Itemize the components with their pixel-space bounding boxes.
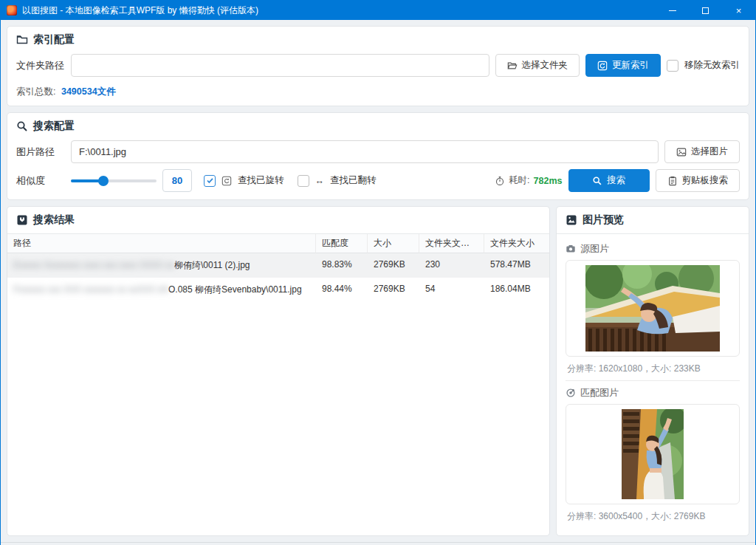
clipboard-icon [667,176,678,186]
col-match[interactable]: 匹配度 [316,234,368,253]
result-match: 98.83% [316,253,368,278]
remove-invalid-label: 移除无效索引 [684,59,740,72]
source-image-subheader: 源图片 [566,237,740,260]
remove-invalid-checkbox[interactable] [667,60,678,72]
search-button[interactable]: 搜索 [568,169,650,192]
image-path-row: 图片路径 选择图片 [7,137,749,166]
content-area: 索引配置 文件夹路径 选择文件夹 更新索引 [1,20,755,542]
matched-image-meta: 分辨率: 3600x5400，大小: 2769KB [566,504,740,528]
folder-path-label: 文件夹路径 [16,59,65,72]
index-total: 索引总数: 3490534文件 [7,80,749,106]
close-button[interactable]: × [722,1,755,20]
index-config-card: 索引配置 文件夹路径 选择文件夹 更新索引 [7,26,749,106]
search-button-icon [592,176,602,186]
flip-arrow-icon: ↔ [315,176,325,186]
redacted-path-segment: Fxxxxxx xxx XXX xxxxxxx xx xxXXX xN [13,284,168,295]
result-size: 2769KB [368,278,419,302]
find-rotated-checkbox[interactable] [204,175,216,187]
search-config-title: 搜索配置 [33,120,75,133]
similarity-row: 相似度 80 查找已旋转 [7,166,749,199]
matched-image-label: 匹配图片 [580,386,619,400]
result-row[interactable]: Fxxxxxx xxx XXX xxxxxxx xx xxXXX xNO.085… [7,278,549,302]
preview-icon [566,214,577,226]
similarity-label: 相似度 [16,174,65,188]
result-row[interactable]: Exxxxx Xxxxxxxx xxxx xxx xxxx XXXX xx柳侑绮… [7,253,549,278]
maximize-button[interactable] [689,1,722,20]
matched-image [622,409,684,499]
app-window: 以图搜图 - 本地图像检索工具WPF版 by 懒得勤快 (评估版本) × 索引配… [0,0,756,545]
app-icon [7,5,17,16]
search-results-header: 搜索结果 [7,207,549,234]
clipboard-search-button[interactable]: 剪贴板搜索 [656,169,740,192]
maximize-icon [702,7,709,14]
index-total-label: 索引总数: [16,86,55,97]
index-config-title: 索引配置 [33,33,75,47]
select-image-button[interactable]: 选择图片 [664,140,740,163]
search-config-card: 搜索配置 图片路径 选择图片 相似度 [7,112,749,200]
select-image-label: 选择图片 [691,145,728,158]
result-match: 98.44% [316,278,368,302]
update-index-label: 更新索引 [612,59,649,72]
camera-icon [566,244,576,254]
close-icon: × [736,5,742,16]
window-controls: × [656,1,755,20]
select-folder-button[interactable]: 选择文件夹 [495,54,580,77]
window-title: 以图搜图 - 本地图像检索工具WPF版 by 懒得勤快 (评估版本) [22,4,656,17]
folder-open-icon [507,61,518,71]
folder-icon [16,34,28,46]
result-folder-count: 54 [419,278,484,302]
folder-path-input[interactable] [71,54,489,77]
search-config-header: 搜索配置 [7,113,749,137]
image-preview-card: 图片预览 源图片 [556,206,749,536]
search-button-label: 搜索 [607,174,625,187]
result-path: Fxxxxxx xxx XXX xxxxxxx xx xxXXX xNO.085… [7,278,316,302]
index-config-header: 索引配置 [7,27,749,51]
result-path: Exxxxx Xxxxxxxx xxxx xxx xxxx XXXX xx柳侑绮… [7,253,316,278]
titlebar: 以图搜图 - 本地图像检索工具WPF版 by 懒得勤快 (评估版本) × [1,1,755,20]
image-icon [676,147,687,157]
result-folder-count: 230 [419,253,484,278]
col-folder-count[interactable]: 文件夹文件数 [419,234,484,253]
similarity-value[interactable]: 80 [162,169,192,192]
result-folder-size: 186.04MB [484,278,549,302]
visible-path-segment: 柳侑绮\0011 (2).jpg [174,260,250,270]
result-folder-size: 578.47MB [484,253,549,278]
check-icon [206,176,214,185]
source-image-box [566,260,740,357]
image-path-input[interactable] [71,140,659,163]
col-folder-size[interactable]: 文件夹大小 [484,234,549,253]
time-value: 782ms [534,176,563,186]
source-image-meta: 分辨率: 1620x1080，大小: 233KB [566,357,740,381]
update-index-button[interactable]: 更新索引 [585,54,661,77]
col-path[interactable]: 路径 [7,234,316,253]
matched-image-subheader: 匹配图片 [566,381,740,404]
redacted-path-segment: Exxxxx Xxxxxxxx xxxx xxx xxxx XXXX xx [13,260,174,270]
slider-thumb[interactable] [98,176,109,186]
clipboard-search-label: 剪贴板搜索 [682,174,729,187]
find-flipped-checkbox[interactable] [298,175,309,187]
image-preview-title: 图片预览 [583,213,624,227]
source-image-label: 源图片 [580,242,609,256]
minimize-icon [669,10,676,11]
results-icon [16,214,28,226]
target-icon [566,388,576,398]
image-path-label: 图片路径 [16,145,65,159]
stopwatch-icon [495,176,505,186]
matched-image-box [566,404,740,504]
results-table-header: 路径 匹配度 大小 文件夹文件数 文件夹大小 [7,234,549,253]
statusbar: 提示: 可直接拖放图片到窗口进行搜索 | 项目地址: github.com/ld… [1,542,755,545]
result-size: 2769KB [368,253,419,278]
search-results-card: 搜索结果 路径 匹配度 大小 文件夹文件数 文件夹大小 Exxxxx Xxxxx… [7,206,550,536]
minimize-button[interactable] [656,1,689,20]
image-preview-header: 图片预览 [557,207,749,234]
similarity-slider[interactable] [71,176,157,186]
results-table: 路径 匹配度 大小 文件夹文件数 文件夹大小 Exxxxx Xxxxxxxx x… [7,234,549,302]
find-flipped-label: 查找已翻转 [330,174,377,187]
select-folder-label: 选择文件夹 [522,59,568,72]
index-total-value: 3490534文件 [61,86,116,97]
source-image [585,265,720,352]
col-size[interactable]: 大小 [368,234,419,253]
folder-path-row: 文件夹路径 选择文件夹 更新索引 移除无效索 [7,51,749,80]
preview-body: 源图片 [557,234,749,535]
rotate-icon [221,176,232,186]
